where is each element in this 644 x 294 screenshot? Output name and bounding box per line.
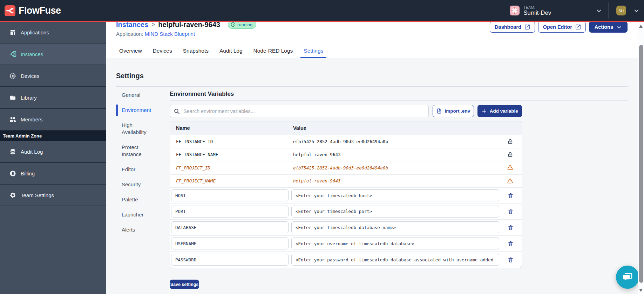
sidebar-item-billing[interactable]: $ Billing (0, 163, 106, 185)
env-var-value: helpful-raven-9643 (293, 178, 499, 183)
env-var-value: efb75425-2852-4adb-90d3-ee0d26494a0b (293, 139, 499, 144)
sidebar-item-audit-log[interactable]: Audit Log (0, 141, 106, 163)
chevron-down-icon (617, 25, 622, 30)
trash-icon (508, 193, 514, 199)
delete-variable-button[interactable] (499, 257, 522, 263)
env-var-name: FF_PROJECT_NAME (170, 178, 293, 183)
external-link-icon (524, 24, 530, 30)
brand-name[interactable]: FlowFuse (19, 5, 61, 16)
page-scrollbar[interactable] (638, 22, 644, 294)
application-line: Application: MIND Stack Blueprint (116, 31, 195, 37)
add-variable-button[interactable]: Add variable (477, 105, 522, 117)
env-var-value-input[interactable] (291, 254, 499, 266)
team-chevron-down-icon[interactable] (596, 8, 602, 14)
open-editor-button[interactable]: Open Editor (538, 21, 586, 33)
team-selector[interactable]: TEAM: Sumit-Dev (510, 5, 602, 16)
settings-subnav: General Environment High Availability Pr… (116, 92, 158, 241)
env-var-value: helpful-raven-9643 (293, 152, 499, 157)
sidebar-item-devices[interactable]: Devices (0, 65, 106, 87)
env-var-name: FF_PROJECT_ID (170, 165, 293, 171)
sidebar-item-applications[interactable]: Applications (0, 22, 106, 44)
settings-nav-general[interactable]: General (116, 92, 158, 99)
members-users-icon (8, 115, 17, 123)
actions-button-label: Actions (595, 24, 613, 30)
subnav-divider (160, 90, 160, 288)
sidebar-item-label: Instances (21, 51, 43, 57)
dashboard-button[interactable]: Dashboard (490, 21, 535, 33)
scrollbar-down-arrow-icon[interactable] (639, 289, 643, 292)
env-var-name-input[interactable] (171, 189, 289, 201)
env-var-value-input[interactable] (291, 206, 499, 218)
devices-chip-icon (8, 72, 17, 80)
trash-icon (508, 225, 514, 230)
sidebar-item-library[interactable]: Library (0, 87, 106, 109)
actions-button[interactable]: Actions (589, 21, 628, 33)
editable-row-host (170, 188, 522, 204)
env-var-name-input[interactable] (171, 221, 289, 233)
column-header-value: Value (293, 125, 499, 131)
delete-variable-button[interactable] (499, 225, 522, 230)
env-var-value-input[interactable] (291, 238, 499, 249)
sidebar-item-label: Billing (21, 171, 35, 176)
delete-variable-button[interactable] (499, 241, 522, 247)
import-env-label: Import .env (445, 108, 470, 114)
application-link[interactable]: MIND Stack Blueprint (145, 31, 195, 37)
sidebar-item-instances[interactable]: Instances (0, 44, 106, 65)
settings-nav-launcher[interactable]: Launcher (116, 211, 158, 218)
editable-row-database (170, 220, 522, 236)
instance-tabs: Overview Devices Snapshots Audit Log Nod… (116, 45, 331, 58)
team-label: TEAM: (523, 5, 551, 9)
env-var-value-input[interactable] (291, 189, 499, 201)
tab-devices[interactable]: Devices (150, 45, 175, 58)
settings-nav-editor[interactable]: Editor (116, 166, 158, 173)
user-chevron-down-icon[interactable] (633, 8, 639, 14)
applications-icon (8, 28, 17, 36)
scrollbar-up-arrow-icon[interactable] (639, 25, 643, 28)
warning-triangle-icon (499, 178, 522, 184)
environment-variables-section: Environment Variables Import .env Add va… (170, 58, 628, 294)
delete-variable-button[interactable] (499, 193, 522, 199)
table-row-ff-instance-id: FF_INSTANCE_ID efb75425-2852-4adb-90d3-e… (170, 135, 522, 148)
trash-icon (508, 241, 514, 247)
settings-nav-environment[interactable]: Environment (116, 107, 158, 114)
sidebar-item-label: Library (21, 95, 37, 101)
search-input[interactable] (183, 108, 425, 114)
environment-title-divider (170, 100, 628, 101)
chat-bubbles-icon (621, 271, 634, 283)
chat-widget-button[interactable] (616, 266, 639, 289)
status-badge-label: running (237, 22, 252, 27)
sidebar-item-team-settings[interactable]: Team Settings (0, 185, 106, 206)
tab-audit-log[interactable]: Audit Log (216, 45, 246, 58)
env-var-name: FF_INSTANCE_ID (170, 139, 293, 144)
settings-nav-palette[interactable]: Palette (116, 196, 158, 203)
env-var-value-input[interactable] (291, 221, 499, 233)
settings-nav-high-availability[interactable]: High Availability (116, 122, 158, 136)
sidebar-item-members[interactable]: Members (0, 109, 106, 131)
tab-overview[interactable]: Overview (116, 45, 145, 58)
settings-nav-alerts[interactable]: Alerts (116, 226, 158, 233)
team-admin-zone-header: Team Admin Zone (0, 131, 106, 141)
save-settings-button[interactable]: Save settings (170, 280, 199, 289)
tab-settings[interactable]: Settings (300, 45, 326, 58)
scrollbar-thumb[interactable] (639, 45, 643, 283)
team-settings-gear-icon (8, 191, 17, 199)
env-var-name-input[interactable] (171, 238, 289, 249)
lock-icon (499, 139, 522, 145)
user-avatar[interactable]: su (616, 6, 626, 15)
team-name: Sumit-Dev (523, 9, 551, 16)
delete-variable-button[interactable] (499, 208, 522, 214)
env-var-name: FF_INSTANCE_NAME (170, 152, 293, 157)
tab-node-red-logs[interactable]: Node-RED Logs (250, 45, 296, 58)
env-var-name-input[interactable] (171, 254, 289, 266)
env-var-name-input[interactable] (171, 206, 289, 218)
tab-snapshots[interactable]: Snapshots (180, 45, 212, 58)
flowfuse-logo-icon[interactable] (5, 5, 15, 16)
settings-nav-protect-instance[interactable]: Protect Instance (116, 144, 158, 158)
external-link-icon (575, 24, 581, 30)
environment-variables-title: Environment Variables (170, 91, 234, 98)
settings-nav-security[interactable]: Security (116, 181, 158, 188)
open-editor-button-label: Open Editor (543, 24, 572, 30)
navbar-divider (608, 2, 609, 19)
import-env-button[interactable]: Import .env (433, 105, 474, 117)
lock-icon (499, 152, 522, 158)
